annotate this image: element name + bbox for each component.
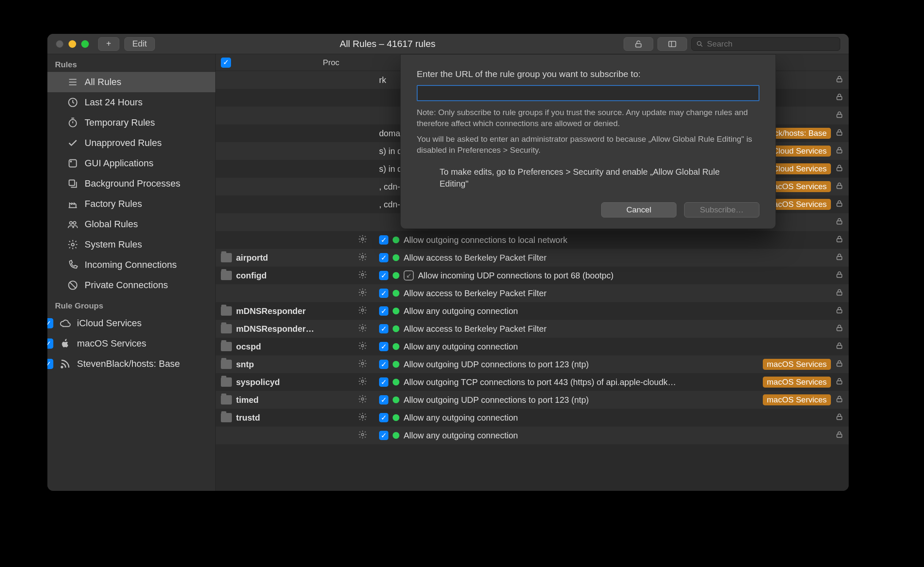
gear-icon[interactable] [358, 341, 367, 352]
sidebar-item-label: System Rules [85, 239, 142, 250]
zoom-dot[interactable] [81, 40, 89, 48]
table-row[interactable]: ocspd✓Allow any outgoing connection [216, 338, 849, 355]
sidebar-item-unapproved-rules[interactable]: Unapproved Rules [47, 133, 215, 153]
table-row[interactable]: airportd✓Allow access to Berkeley Packet… [216, 249, 849, 267]
table-row[interactable]: timed✓Allow outgoing UDP connections to … [216, 391, 849, 409]
search-field[interactable] [691, 37, 840, 51]
table-row[interactable]: syspolicyd✓Allow outgoing TCP connection… [216, 373, 849, 391]
group-checkbox[interactable]: ✓ [47, 339, 53, 349]
gear-icon[interactable] [358, 234, 367, 246]
table-row[interactable]: ✓Allow any outgoing connection [216, 427, 849, 444]
group-checkbox[interactable]: ✓ [47, 318, 53, 328]
sidebar-item-temporary-rules[interactable]: Temporary Rules [47, 113, 215, 133]
rule-group-icloud-services[interactable]: ✓iCloud Services [47, 313, 215, 333]
gear-icon[interactable] [358, 288, 367, 299]
lock-toggle-button[interactable] [624, 37, 653, 51]
svg-point-3 [697, 41, 701, 45]
gear-icon[interactable] [358, 377, 367, 388]
rule-badge: iCloud Services [767, 163, 831, 174]
lock-icon [835, 217, 844, 228]
lock-icon [835, 430, 844, 441]
group-checkbox[interactable]: ✓ [47, 359, 53, 369]
svg-rect-18 [837, 79, 842, 82]
header-checkbox[interactable]: ✓ [221, 58, 231, 68]
lock-icon [835, 146, 844, 157]
group-label: iCloud Services [77, 318, 142, 329]
rule-cell: ✓Allow outgoing TCP connections to port … [372, 377, 849, 388]
lock-icon [835, 306, 844, 317]
process-name: configd [236, 271, 267, 281]
sidebar-item-gui-applications[interactable]: GUI Applications [47, 153, 215, 173]
close-dot[interactable] [56, 40, 63, 48]
svg-point-49 [361, 433, 364, 436]
status-dot [393, 379, 399, 385]
svg-rect-23 [837, 168, 842, 171]
rule-checkbox[interactable]: ✓ [379, 289, 388, 298]
gear-icon[interactable] [358, 412, 367, 424]
rule-checkbox[interactable]: ✓ [379, 306, 388, 316]
minimize-dot[interactable] [69, 40, 76, 48]
rule-checkbox[interactable]: ✓ [379, 271, 388, 280]
sidebar-item-label: Factory Rules [85, 198, 142, 209]
window-title: All Rules – 41617 rules [160, 39, 615, 50]
table-row[interactable]: ✓Allow access to Berkeley Packet Filter [216, 284, 849, 302]
table-row[interactable]: trustd✓Allow any outgoing connection [216, 409, 849, 427]
rule-checkbox[interactable]: ✓ [379, 235, 388, 245]
lock-icon [835, 413, 844, 423]
gear-icon[interactable] [358, 323, 367, 335]
sidebar-item-factory-rules[interactable]: Factory Rules [47, 194, 215, 214]
rule-text: Allow incoming UDP connections to port 6… [418, 271, 831, 281]
svg-rect-40 [837, 345, 842, 349]
rule-checkbox[interactable]: ✓ [379, 360, 388, 369]
search-input[interactable] [707, 39, 836, 49]
sidebar-item-private-connections[interactable]: Private Connections [47, 275, 215, 295]
table-row[interactable]: mDNSResponder…✓Allow access to Berkeley … [216, 320, 849, 338]
rule-cell: ✓Allow outgoing UDP connections to port … [372, 394, 849, 405]
url-input[interactable] [417, 85, 759, 101]
sidebar-item-background-processes[interactable]: Background Processes [47, 173, 215, 194]
incoming-icon: ↙ [404, 270, 414, 281]
subscribe-button[interactable]: Subscribe… [684, 202, 759, 217]
table-row[interactable]: sntp✓Allow outgoing UDP connections to p… [216, 355, 849, 373]
rule-checkbox[interactable]: ✓ [379, 431, 388, 440]
rule-checkbox[interactable]: ✓ [379, 395, 388, 405]
gear-icon[interactable] [358, 252, 367, 264]
rule-checkbox[interactable]: ✓ [379, 413, 388, 422]
rule-badge: macOS Services [763, 394, 831, 405]
sidebar-item-system-rules[interactable]: System Rules [47, 234, 215, 255]
svg-rect-10 [69, 160, 76, 167]
rule-cell: ✓Allow outgoing connections to local net… [372, 235, 849, 245]
sidebar-item-global-rules[interactable]: Global Rules [47, 214, 215, 234]
rule-group-stevenblack-hosts-base[interactable]: ✓StevenBlack/hosts: Base [47, 354, 215, 374]
table-row[interactable]: mDNSResponder✓Allow any outgoing connect… [216, 302, 849, 320]
rule-checkbox[interactable]: ✓ [379, 253, 388, 262]
svg-line-4 [701, 45, 702, 47]
rule-checkbox[interactable]: ✓ [379, 324, 388, 333]
edit-button[interactable]: Edit [124, 37, 155, 51]
rule-cell: ✓Allow access to Berkeley Packet Filter [372, 324, 849, 334]
sidebar-item-incoming-connections[interactable]: Incoming Connections [47, 255, 215, 275]
rule-group-macos-services[interactable]: ✓macOS Services [47, 333, 215, 354]
gear-icon[interactable] [358, 394, 367, 406]
gear-icon[interactable] [358, 430, 367, 441]
add-button[interactable]: + [98, 37, 119, 51]
sidebar-item-all-rules[interactable]: All Rules [47, 72, 215, 92]
sidebar-item-last-24-hours[interactable]: Last 24 Hours [47, 92, 215, 113]
lock-icon [835, 377, 844, 388]
gear-icon[interactable] [358, 270, 367, 281]
cancel-button[interactable]: Cancel [601, 202, 676, 217]
rule-cell: ✓Allow access to Berkeley Packet Filter [372, 253, 849, 263]
gear-icon[interactable] [358, 359, 367, 370]
timer-icon [67, 117, 79, 129]
gear-icon[interactable] [358, 306, 367, 317]
process-cell: configd [216, 270, 372, 281]
table-row[interactable]: configd✓↙Allow incoming UDP connections … [216, 267, 849, 284]
dialog-prompt: Enter the URL of the rule group you want… [417, 69, 759, 79]
table-row[interactable]: ✓Allow outgoing connections to local net… [216, 231, 849, 249]
rule-checkbox[interactable]: ✓ [379, 377, 388, 387]
svg-point-15 [72, 243, 74, 246]
sidebar-toggle-button[interactable] [657, 37, 687, 51]
lock-icon [835, 182, 844, 192]
gear-icon [67, 239, 79, 250]
rule-checkbox[interactable]: ✓ [379, 342, 388, 351]
